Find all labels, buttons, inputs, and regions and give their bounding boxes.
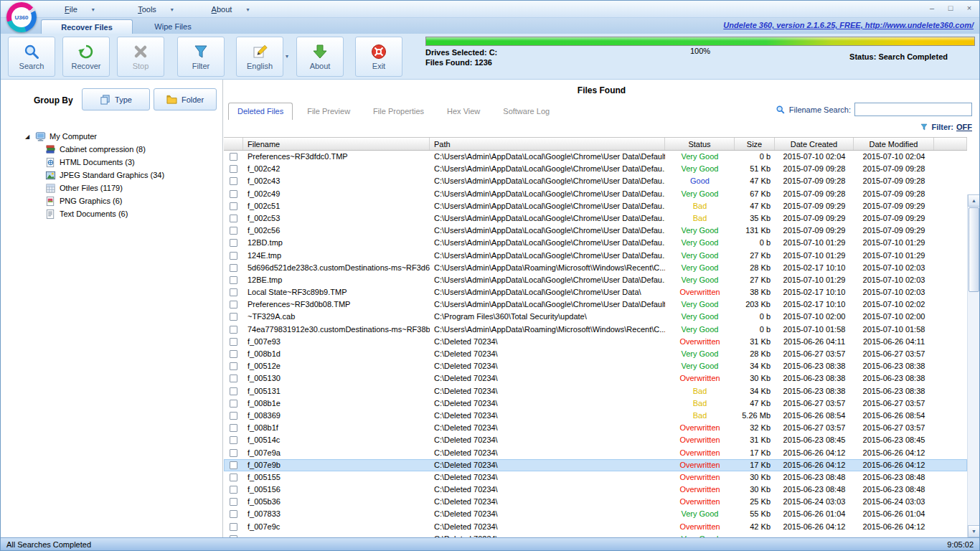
close-button[interactable]: × [963,3,976,14]
row-checkbox[interactable] [230,177,237,185]
scroll-down-icon[interactable]: ▼ [968,525,980,537]
table-row[interactable]: 12BE.tmp C:\Users\Admin\AppData\Local\Go… [224,274,967,286]
table-row[interactable]: f_002c42 C:\Users\Admin\AppData\Local\Go… [224,163,967,175]
table-row[interactable]: f_005130 C:\Deleted 70234\ Overwritten 3… [224,372,967,385]
table-row[interactable]: f_005156 C:\Deleted 70234\ Overwritten 3… [224,484,967,496]
filename-search-input[interactable] [854,103,972,116]
row-checkbox[interactable] [230,288,237,296]
table-row[interactable]: Preferences~RF3dfdc0.TMP C:\Users\Admin\… [224,151,967,163]
row-checkbox[interactable] [230,190,237,198]
table-row[interactable]: f_002c51 C:\Users\Admin\AppData\Local\Go… [224,200,967,212]
row-checkbox[interactable] [230,326,237,334]
filter-button[interactable]: Filter [177,37,225,77]
table-row[interactable]: f_002c43 C:\Users\Admin\AppData\Local\Go… [224,175,967,187]
about-button[interactable]: About [296,37,344,77]
header-size[interactable]: Size [735,138,775,150]
row-checkbox[interactable] [230,498,237,506]
row-checkbox[interactable] [230,202,237,210]
table-row[interactable]: 74ea779831912e30.customDestinations-ms~R… [224,324,967,336]
table-row[interactable]: f_005131 C:\Deleted 70234\ Bad 34 Kb 201… [224,385,967,397]
menu-tools[interactable]: Tools ▾ [118,2,193,17]
minimize-button[interactable]: – [925,3,938,14]
row-checkbox[interactable] [230,153,237,161]
table-row[interactable]: f_007e9a C:\Deleted 70234\ Overwritten 1… [224,447,967,459]
row-checkbox[interactable] [230,424,237,432]
row-checkbox[interactable] [230,412,237,420]
group-by-folder-button[interactable]: Folder [154,88,217,110]
tree-item-png-graphics[interactable]: PNG Graphics (6) [45,194,218,207]
row-checkbox[interactable] [230,276,237,284]
row-checkbox[interactable] [230,215,237,222]
tab-recover-files[interactable]: Recover Files [41,19,133,34]
vertical-scrollbar[interactable]: ▲ ▼ [967,194,979,537]
tree-item-my-computer[interactable]: ◢ My Computer [25,130,218,143]
header-date-modified[interactable]: Date Modified [854,138,934,150]
tree-item-html-documents[interactable]: HTML Documents (3) [45,156,218,169]
version-link[interactable]: Undelete 360, version 2.1.6.25, FREE, ht… [723,21,974,29]
filter-state[interactable]: OFF [956,123,972,131]
table-row[interactable]: f_005155 C:\Deleted 70234\ Overwritten 3… [224,471,967,484]
row-checkbox[interactable] [230,400,237,408]
table-row[interactable]: f_008b1f C:\Deleted 70234\ Overwritten 3… [224,422,967,434]
language-button[interactable]: English [236,37,283,77]
table-row[interactable]: f_005b36 C:\Deleted 70234\ Overwritten 2… [224,496,967,508]
row-checkbox[interactable] [230,486,237,494]
table-row[interactable]: f_00514c C:\Deleted 70234\ Overwritten 3… [224,434,967,446]
tab-hex-view[interactable]: Hex View [438,103,489,120]
table-row[interactable]: f_007e9c C:\Deleted 70234\ Overwritten 4… [224,521,967,533]
row-checkbox[interactable] [230,264,237,272]
table-row[interactable]: f_007e93 C:\Deleted 70234\ Overwritten 3… [224,336,967,348]
table-row[interactable]: 12BD.tmp C:\Users\Admin\AppData\Local\Go… [224,237,967,249]
table-row[interactable]: f_007e9b C:\Deleted 70234\ Overwritten 1… [224,459,967,471]
table-row[interactable]: 5d696d521de238c3.customDestinations-ms~R… [224,262,967,274]
tab-wipe-files[interactable]: Wipe Files [137,19,209,34]
tab-file-preview[interactable]: File Preview [298,103,359,120]
row-checkbox[interactable] [230,165,237,173]
table-row[interactable]: f_007833 C:\Deleted 70234\ Very Good 55 … [224,508,967,520]
tree-item-other-files[interactable]: Other Files (1179) [45,182,218,194]
tab-software-log[interactable]: Software Log [494,103,558,120]
row-checkbox[interactable] [230,301,237,309]
menu-about[interactable]: About ▾ [193,2,268,17]
row-checkbox[interactable] [230,387,237,395]
row-checkbox[interactable] [230,523,237,531]
table-row[interactable]: f_008369 C:\Deleted 70234\ Bad 5.26 Mb 2… [224,410,967,422]
row-checkbox[interactable] [230,338,237,346]
header-filename[interactable]: Filename [243,138,430,150]
filter-toggle[interactable]: Filter: OFF [920,123,972,131]
table-row[interactable]: ~TF329A.cab C:\Program Files\360\Total S… [224,311,967,323]
row-checkbox[interactable] [230,436,237,444]
tab-file-properties[interactable]: File Properties [364,103,433,120]
tree-item-text-documents[interactable]: Text Documents (6) [45,207,218,220]
table-row[interactable]: Local State~RF3c89b9.TMP C:\Users\Admin\… [224,286,967,298]
table-row[interactable]: f_00512e C:\Deleted 70234\ Very Good 34 … [224,360,967,372]
table-row[interactable]: 124E.tmp C:\Users\Admin\AppData\Local\Go… [224,250,967,262]
recover-button[interactable]: Recover [62,37,110,77]
header-date-created[interactable]: Date Created [775,138,854,150]
row-checkbox[interactable] [230,350,237,358]
table-row[interactable]: f_002c49 C:\Users\Admin\AppData\Local\Go… [224,188,967,200]
exit-button[interactable]: Exit [355,37,402,77]
row-checkbox[interactable] [230,313,237,321]
row-checkbox[interactable] [230,239,237,247]
row-checkbox[interactable] [230,510,237,518]
tree-item-jpeg-graphics[interactable]: JPEG Standard Graphics (34) [45,169,218,182]
tree-expander-icon[interactable]: ◢ [25,133,32,140]
table-row[interactable]: f_008b1d C:\Deleted 70234\ Very Good 28 … [224,348,967,360]
row-checkbox[interactable] [230,474,237,481]
tab-deleted-files[interactable]: Deleted Files [228,103,293,120]
search-button[interactable]: Search [8,37,55,77]
header-status[interactable]: Status [665,138,735,150]
scrollbar-thumb[interactable] [969,207,979,292]
table-row[interactable]: f_008b1e C:\Deleted 70234\ Bad 47 Kb 201… [224,397,967,410]
group-by-type-button[interactable]: Type [82,88,150,110]
scroll-up-icon[interactable]: ▲ [968,194,980,207]
row-checkbox[interactable] [230,227,237,235]
row-checkbox[interactable] [230,375,237,382]
maximize-button[interactable]: □ [944,3,957,14]
tree-item-cabinet-compression[interactable]: Cabinet compression (8) [45,143,218,156]
row-checkbox[interactable] [230,449,237,457]
row-checkbox[interactable] [230,252,237,260]
menu-file[interactable]: File ▾ [42,2,117,17]
header-path[interactable]: Path [430,138,665,150]
